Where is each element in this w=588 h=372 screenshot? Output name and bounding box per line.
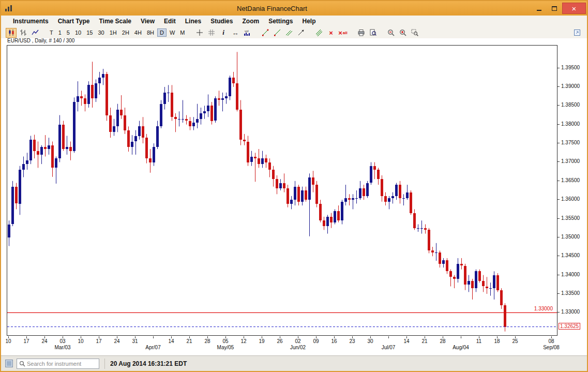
menu-item-edit[interactable]: Edit xyxy=(159,18,180,25)
y-axis-tick xyxy=(557,161,560,162)
y-axis-label: 1.35000 xyxy=(561,234,580,240)
print-icon[interactable] xyxy=(356,28,367,38)
delete-line-icon[interactable]: × xyxy=(326,28,337,38)
print-preview-icon[interactable] xyxy=(368,28,379,38)
search-icon xyxy=(19,361,25,367)
ray-line-icon[interactable] xyxy=(272,28,283,38)
crosshair-icon[interactable] xyxy=(194,28,205,38)
maximize-icon xyxy=(552,6,557,11)
time-button-8H[interactable]: 8H xyxy=(145,29,156,36)
search-input[interactable] xyxy=(27,361,93,367)
app-window: NetDania FinanceChart × InstrumentsChart… xyxy=(0,0,588,372)
minimize-icon xyxy=(537,10,541,11)
menu-item-chart-type[interactable]: Chart Type xyxy=(53,18,95,25)
time-scale-buttons: T151015301H2H4H8HDWM xyxy=(47,28,188,37)
netdania-logo-icon[interactable] xyxy=(5,360,13,367)
zoom-selection-icon[interactable] xyxy=(410,28,420,38)
time-button-T[interactable]: T xyxy=(48,29,55,36)
x-axis[interactable]: 10172403Mar/0310172431Apr/0714212805May/… xyxy=(7,336,557,352)
x-axis-month-label: Sep/08 xyxy=(543,345,560,350)
time-button-15[interactable]: 15 xyxy=(84,29,95,36)
delete-all-lines-icon[interactable]: ×all xyxy=(338,28,349,38)
x-axis-month-label: Mar/03 xyxy=(54,345,70,350)
time-button-1[interactable]: 1 xyxy=(56,29,64,36)
x-axis-label: 31 xyxy=(132,338,138,344)
y-axis-label: 1.33000 xyxy=(561,309,580,315)
x-axis-label: 10 xyxy=(5,338,11,344)
x-axis-label: 10 xyxy=(78,338,83,344)
status-timestamp: 20 Aug 2014 16:31:21 EDT xyxy=(110,360,187,367)
x-axis-tick xyxy=(153,336,154,338)
x-axis-label: 09 xyxy=(313,338,319,344)
y-axis-label: 1.39500 xyxy=(561,65,580,70)
menu-item-time-scale[interactable]: Time Scale xyxy=(94,18,135,25)
maximize-button[interactable] xyxy=(547,3,562,14)
y-axis-label: 1.38000 xyxy=(561,121,580,127)
trend-line-icon[interactable] xyxy=(260,28,271,38)
x-axis-label: 03 xyxy=(59,338,65,344)
time-button-1H[interactable]: 1H xyxy=(108,29,119,36)
time-button-M[interactable]: M xyxy=(178,29,187,36)
zoom-in-icon[interactable] xyxy=(398,28,409,38)
print-group xyxy=(355,28,379,38)
menu-item-instruments[interactable]: Instruments xyxy=(8,18,53,25)
line-tools-group xyxy=(260,28,307,38)
x-axis-label: 11 xyxy=(476,338,481,344)
x-axis-label: 17 xyxy=(96,338,101,344)
chart-instrument-label: EUR/USD , Daily, # 140 / 300 xyxy=(7,38,74,43)
x-axis-label: 14 xyxy=(168,338,174,344)
time-button-4H[interactable]: 4H xyxy=(132,29,144,36)
close-button[interactable]: × xyxy=(562,3,586,14)
time-button-W[interactable]: W xyxy=(168,29,177,36)
volume-icon[interactable]: vol xyxy=(242,28,253,38)
time-button-2H[interactable]: 2H xyxy=(120,29,131,36)
time-button-10[interactable]: 10 xyxy=(73,29,83,36)
candlestick-svg: 1.33000 xyxy=(7,46,557,335)
menu-item-studies[interactable]: Studies xyxy=(206,18,237,25)
y-axis-tick xyxy=(557,275,560,275)
time-button-5[interactable]: 5 xyxy=(65,29,72,36)
menu-item-lines[interactable]: Lines xyxy=(180,18,206,25)
y-axis[interactable]: 1.395001.390001.385001.380001.375001.370… xyxy=(557,45,587,336)
arrow-line-icon[interactable] xyxy=(296,28,307,38)
current-price-label: 1.32625 xyxy=(559,323,580,330)
x-axis-label: 21 xyxy=(186,338,192,344)
grid-icon[interactable] xyxy=(206,28,217,38)
y-axis-label: 1.34500 xyxy=(561,252,580,258)
x-axis-label: 24 xyxy=(41,338,47,344)
y-axis-label: 1.38500 xyxy=(561,102,580,108)
menu-item-help[interactable]: Help xyxy=(297,18,320,25)
app-icon xyxy=(5,5,13,12)
zoom-out-icon[interactable] xyxy=(386,28,397,38)
horizontal-scroll-icon[interactable]: ↔ xyxy=(230,28,241,38)
ohlc-bars-icon[interactable] xyxy=(18,28,28,38)
x-axis-label: 25 xyxy=(512,338,518,344)
x-axis-label: 26 xyxy=(277,338,282,344)
toolbar: T151015301H2H4H8HDWM i↔vol ××all xyxy=(1,27,587,38)
x-axis-label: 28 xyxy=(440,338,445,344)
svg-text:1.33000: 1.33000 xyxy=(534,306,553,311)
x-axis-label: 02 xyxy=(295,338,300,344)
menu-item-settings[interactable]: Settings xyxy=(264,18,297,25)
y-axis-tick xyxy=(557,237,560,237)
search-box[interactable] xyxy=(17,359,99,369)
popout-chart-icon[interactable] xyxy=(571,28,582,38)
y-axis-tick xyxy=(557,312,560,313)
y-axis-tick xyxy=(557,293,560,294)
y-axis-label: 1.36000 xyxy=(561,196,580,202)
status-bar: 20 Aug 2014 16:31:21 EDT xyxy=(1,355,587,371)
status-separator xyxy=(104,359,105,369)
channel-line-icon[interactable] xyxy=(284,28,295,38)
time-button-D[interactable]: D xyxy=(157,28,167,37)
title-bar[interactable]: NetDania FinanceChart × xyxy=(1,1,587,16)
info-icon[interactable]: i xyxy=(218,28,229,38)
y-axis-label: 1.36500 xyxy=(561,177,580,183)
time-button-30[interactable]: 30 xyxy=(96,29,106,36)
candlestick-chart-icon[interactable] xyxy=(6,28,17,38)
line-chart-icon[interactable] xyxy=(29,28,40,38)
menu-item-view[interactable]: View xyxy=(136,18,159,25)
parallel-lines-icon[interactable] xyxy=(314,28,325,38)
menu-item-zoom[interactable]: Zoom xyxy=(237,18,264,25)
minimize-button[interactable] xyxy=(531,3,547,14)
chart-plot[interactable]: 1.33000 xyxy=(7,45,557,336)
